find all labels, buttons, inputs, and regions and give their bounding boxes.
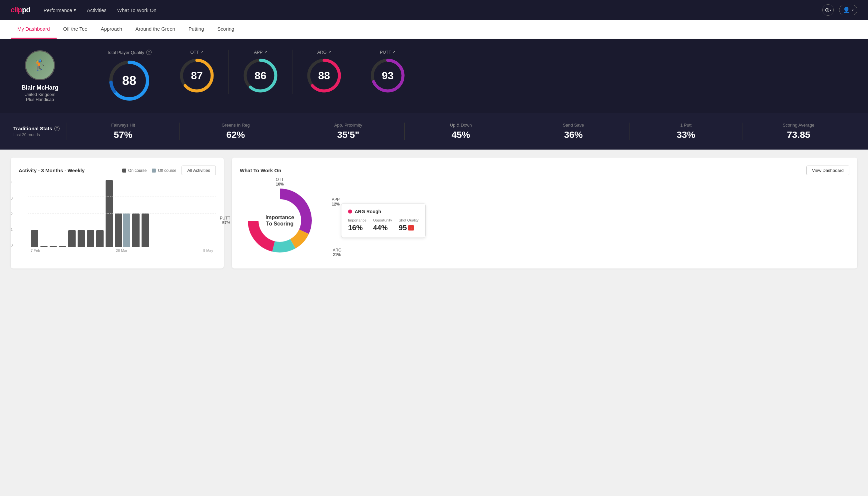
chevron-down-icon: ▾ bbox=[74, 7, 76, 13]
add-button[interactable]: ⊕ ▾ bbox=[822, 4, 834, 16]
stat-up-down: Up & Down 45% bbox=[404, 123, 517, 140]
nav-right: ⊕ ▾ 👤 ▾ bbox=[822, 4, 857, 16]
bar-group-6 bbox=[78, 230, 85, 247]
tab-putting[interactable]: Putting bbox=[182, 20, 211, 38]
wtwo-card-header: What To Work On View Dashboard bbox=[240, 166, 849, 175]
y-axis-labels: 4 3 2 1 0 bbox=[11, 181, 13, 247]
app-value: 86 bbox=[254, 69, 267, 82]
x-axis-labels: 7 Feb 28 Mar 9 May bbox=[28, 247, 216, 252]
arg-rough-tooltip: ARG Rough Importance 16% Opportunity 44%… bbox=[341, 203, 426, 238]
nav-what-to-work-on[interactable]: What To Work On bbox=[117, 7, 157, 13]
nav-activities[interactable]: Activities bbox=[87, 7, 107, 13]
score-putt: PUTT ↗ 93 bbox=[356, 50, 419, 94]
score-app: APP ↗ 86 bbox=[229, 50, 293, 94]
all-activities-button[interactable]: All Activities bbox=[182, 166, 216, 175]
stats-title: Traditional Stats ? bbox=[13, 126, 67, 131]
bar-group-8 bbox=[96, 230, 104, 247]
user-chevron-icon: ▾ bbox=[852, 8, 854, 12]
player-handicap: Plus Handicap bbox=[26, 97, 54, 102]
tab-approach[interactable]: Approach bbox=[94, 20, 129, 38]
app-label: APP ↗ bbox=[254, 50, 267, 55]
wtwo-title: What To Work On bbox=[240, 168, 281, 173]
bar-group-1 bbox=[31, 230, 38, 247]
tab-around-the-green[interactable]: Around the Green bbox=[129, 20, 182, 38]
score-total: Total Player Quality ? 88 bbox=[94, 50, 165, 102]
stats-subtitle: Last 20 rounds bbox=[13, 133, 67, 137]
help-icon-total[interactable]: ? bbox=[146, 50, 152, 55]
bar-off-10[interactable] bbox=[123, 214, 130, 247]
scores-section: Total Player Quality ? 88 OTT ↗ bbox=[80, 50, 855, 102]
nav-performance[interactable]: Performance ▾ bbox=[44, 7, 76, 13]
view-dashboard-button[interactable]: View Dashboard bbox=[806, 166, 849, 175]
bar-group-3 bbox=[50, 246, 57, 247]
what-to-work-on-card: What To Work On View Dashboard OTT 10% A… bbox=[232, 158, 857, 268]
avatar: 🏌️ bbox=[25, 50, 55, 80]
legend-off-course: Off course bbox=[152, 168, 176, 173]
tab-off-the-tee[interactable]: Off the Tee bbox=[57, 20, 94, 38]
bar-group-10 bbox=[115, 214, 130, 247]
bar-group-12 bbox=[142, 214, 149, 247]
bar-on-7[interactable] bbox=[87, 230, 94, 247]
total-label: Total Player Quality ? bbox=[107, 50, 152, 55]
bar-group-7 bbox=[87, 230, 94, 247]
metric-opportunity: Opportunity 44% bbox=[373, 218, 392, 232]
gridline-2 bbox=[28, 213, 216, 214]
score-total-value: 88 bbox=[122, 74, 136, 88]
activity-card-title: Activity - 3 Months - Weekly bbox=[19, 168, 84, 173]
opportunity-value: 44% bbox=[373, 223, 392, 232]
bar-on-11[interactable] bbox=[132, 214, 140, 247]
traditional-stats-row: Traditional Stats ? Last 20 rounds Fairw… bbox=[0, 113, 868, 150]
stat-sand-save: Sand Save 36% bbox=[517, 123, 630, 140]
legend-on-course: On course bbox=[122, 168, 146, 173]
ring-arg: 88 bbox=[306, 57, 343, 94]
ring-putt: 93 bbox=[369, 57, 406, 94]
user-icon: 👤 bbox=[843, 6, 850, 14]
tab-scoring[interactable]: Scoring bbox=[211, 20, 241, 38]
arg-label: ARG ↗ bbox=[317, 50, 331, 55]
stats-label-block: Traditional Stats ? Last 20 rounds bbox=[13, 126, 67, 137]
bar-on-12[interactable] bbox=[142, 214, 149, 247]
bar-chart-inner bbox=[28, 181, 216, 247]
user-menu[interactable]: 👤 ▾ bbox=[839, 5, 857, 15]
player-name: Blair McHarg bbox=[21, 84, 58, 91]
bar-on-10[interactable] bbox=[115, 214, 122, 247]
wtwo-inner: OTT 10% APP 12% ARG 21% PUTT 57% bbox=[240, 181, 849, 261]
tooltip-dot bbox=[348, 210, 352, 214]
bar-on-8[interactable] bbox=[96, 230, 104, 247]
bar-on-9[interactable] bbox=[106, 180, 113, 247]
putt-donut-label: PUTT 57% bbox=[220, 216, 230, 225]
logo: clippd bbox=[11, 6, 30, 14]
ring-ott: 87 bbox=[178, 57, 215, 94]
nav-links: Performance ▾ Activities What To Work On bbox=[44, 7, 157, 13]
bar-on-1[interactable] bbox=[31, 230, 38, 247]
activity-card: Activity - 3 Months - Weekly On course O… bbox=[11, 158, 224, 268]
plus-icon: ⊕ bbox=[825, 6, 830, 14]
gridline-3 bbox=[28, 197, 216, 197]
bar-group-9 bbox=[106, 180, 113, 247]
putt-label: PUTT ↗ bbox=[380, 50, 396, 55]
putt-value: 93 bbox=[382, 69, 394, 82]
player-info: 🏌️ Blair McHarg United Kingdom Plus Hand… bbox=[13, 50, 67, 102]
bar-on-5[interactable] bbox=[68, 230, 76, 247]
help-icon-stats[interactable]: ? bbox=[54, 126, 60, 131]
donut-wrapper: OTT 10% APP 12% ARG 21% PUTT 57% bbox=[240, 181, 320, 261]
ott-value: 87 bbox=[191, 69, 203, 82]
bar-on-6[interactable] bbox=[78, 230, 85, 247]
shot-quality-badge: ↓ bbox=[408, 225, 414, 231]
bar-group-5 bbox=[68, 230, 76, 247]
tab-my-dashboard[interactable]: My Dashboard bbox=[11, 20, 57, 38]
stat-greens-in-reg: Greens In Reg 62% bbox=[179, 123, 292, 140]
chevron-icon: ▾ bbox=[830, 8, 831, 12]
ring-total: 88 bbox=[108, 59, 151, 102]
bar-on-2[interactable] bbox=[40, 246, 48, 247]
bar-on-4[interactable] bbox=[59, 246, 66, 247]
shot-quality-value: 95 ↓ bbox=[399, 223, 419, 232]
bar-group-11 bbox=[132, 214, 140, 247]
bar-on-3[interactable] bbox=[50, 246, 57, 247]
stat-1-putt: 1 Putt 33% bbox=[630, 123, 742, 140]
arg-value: 88 bbox=[318, 69, 330, 82]
activity-legend: On course Off course bbox=[122, 168, 176, 173]
score-ott: OTT ↗ 87 bbox=[165, 50, 229, 94]
importance-value: 16% bbox=[348, 223, 366, 232]
tooltip-name: ARG Rough bbox=[355, 209, 381, 214]
